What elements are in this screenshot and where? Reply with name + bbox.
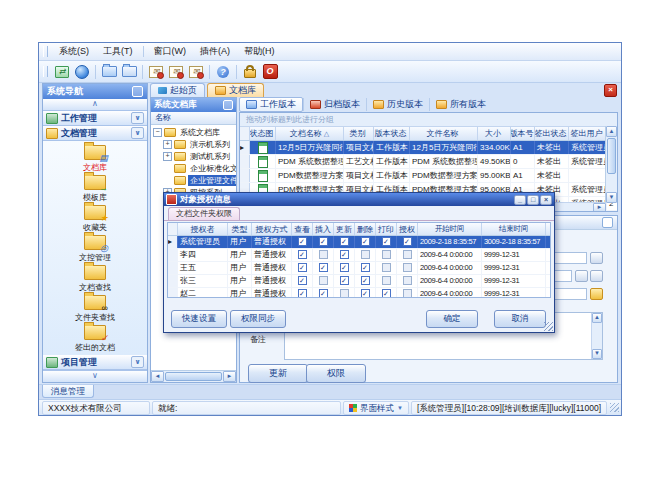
chevron-down-icon[interactable]: ∨ — [131, 112, 144, 124]
scroll-up-icon[interactable]: ▲ — [592, 313, 602, 323]
version-tab[interactable]: 工作版本 — [239, 97, 303, 112]
permission-row[interactable]: 李四 用户 普通授权 2009-6-4 0:00:00 9999-12-31 2… — [168, 249, 550, 262]
permission-sync-button[interactable]: 权限同步 — [230, 310, 286, 328]
menu-item[interactable]: 帮助(H) — [237, 44, 282, 59]
checkbox-print[interactable] — [382, 289, 391, 298]
menu-item[interactable]: 系统(S) — [52, 44, 96, 59]
tree-item[interactable]: 测试机系列 — [151, 150, 236, 162]
doc-search-icon[interactable]: 文档查找 — [43, 264, 147, 294]
column-header[interactable]: 版本号 — [511, 127, 535, 140]
checkbox-grant[interactable] — [403, 276, 412, 285]
checkbox-print[interactable] — [382, 263, 391, 272]
mail-export-icon[interactable]: ✉ — [147, 64, 165, 80]
close-icon[interactable]: × — [604, 84, 617, 97]
column-header[interactable]: 状态图 — [250, 127, 276, 140]
checkbox-delete[interactable] — [361, 289, 370, 298]
exit-icon[interactable]: O — [261, 64, 279, 80]
ellipsis-button[interactable] — [590, 252, 603, 264]
checkbox-insert[interactable] — [319, 237, 328, 246]
column-header[interactable]: 授权 — [397, 223, 418, 235]
document-row[interactable]: PDM 系统数据整理检… 工艺文档 工作版本 PDM 系统数据整理… 49.50… — [240, 155, 617, 169]
band-work-management[interactable]: 工作管理 ∨ — [43, 111, 147, 126]
checkbox-update[interactable] — [340, 237, 349, 246]
checkbox-delete[interactable] — [361, 276, 370, 285]
column-header[interactable]: 版本状态 — [374, 127, 410, 140]
column-header[interactable]: 授权方式 — [252, 223, 292, 235]
permission-row[interactable]: 王五 用户 普通授权 2009-6-4 0:00:00 9999-12-31 2… — [168, 262, 550, 275]
column-header[interactable]: 删除 — [355, 223, 376, 235]
grid-vertical-scrollbar[interactable]: ▲ ▼ — [605, 126, 617, 203]
column-header[interactable]: 查看 — [292, 223, 313, 235]
checkbox-print[interactable] — [382, 237, 391, 246]
browse-folder-icon[interactable] — [590, 288, 603, 300]
scroll-down-button[interactable]: ∨ — [43, 370, 147, 382]
checkbox-insert[interactable] — [319, 276, 328, 285]
menubar-grip[interactable] — [43, 46, 48, 57]
checkbox-grant[interactable] — [403, 289, 412, 298]
document-row[interactable]: PDM数据整理方案.doc 项目文档 工作版本 PDM数据整理方案.doc 95… — [240, 169, 617, 183]
mail-delete-icon[interactable]: ✉ — [187, 64, 205, 80]
tree-item[interactable]: 系统文档库 — [151, 126, 236, 138]
checkbox-insert[interactable] — [319, 289, 328, 298]
tree-item[interactable]: 企业管理文件 — [151, 174, 236, 186]
checkbox-view[interactable] — [298, 237, 307, 246]
column-header[interactable]: 类别 — [344, 127, 374, 140]
checkbox-insert[interactable] — [319, 250, 328, 259]
checkbox-delete[interactable] — [361, 237, 370, 246]
column-header[interactable]: 文档名称 △ — [276, 127, 344, 140]
scroll-up-icon[interactable]: ▲ — [606, 126, 617, 137]
scroll-up-button[interactable]: ∧ — [43, 99, 147, 111]
column-header[interactable] — [168, 223, 178, 235]
scrollbar-thumb[interactable] — [607, 138, 616, 174]
column-header[interactable]: 更新 — [334, 223, 355, 235]
tab-folder-permissions[interactable]: 文档文件夹权限 — [168, 207, 240, 220]
doccontrol-folder-icon[interactable]: ◎ 文控管理 — [43, 234, 147, 264]
column-header[interactable]: 开始时间 — [418, 223, 482, 235]
tree-item[interactable]: 企业标准化文件 — [151, 162, 236, 174]
permission-row[interactable]: 张三 用户 普通授权 2009-6-4 0:00:00 9999-12-31 2… — [168, 275, 550, 288]
drawer-icon[interactable] — [120, 64, 138, 80]
group-by-hint[interactable]: 拖动列标题到此进行分组 — [240, 113, 617, 127]
band-project-management[interactable]: 项目管理 ∨ — [43, 355, 147, 370]
checkbox-view[interactable] — [298, 250, 307, 259]
checkbox-delete[interactable] — [361, 263, 370, 272]
checkbox-grant[interactable] — [403, 250, 412, 259]
tree-item[interactable]: 演示机系列 — [151, 138, 236, 150]
checkbox-print[interactable] — [382, 276, 391, 285]
chevron-down-icon[interactable]: ∨ — [131, 356, 144, 368]
document-tab[interactable]: 文档库 — [207, 83, 264, 97]
column-header[interactable] — [240, 127, 250, 140]
version-tab[interactable]: 历史版本 — [366, 98, 429, 111]
document-tab[interactable]: 起始页 — [150, 83, 205, 97]
globe-icon[interactable] — [73, 64, 91, 80]
menu-item[interactable] — [143, 46, 144, 57]
minimize-icon[interactable]: _ — [514, 195, 526, 205]
menu-item[interactable]: 插件(A) — [193, 44, 237, 59]
band-document-management[interactable]: 文档管理 ∨ — [43, 126, 147, 141]
chevron-down-icon[interactable]: ∨ — [131, 127, 144, 139]
checkbox-update[interactable] — [340, 250, 349, 259]
menu-item[interactable]: 工具(T) — [96, 44, 140, 59]
column-header[interactable]: 签出用户 — [569, 127, 607, 140]
dialog-title-bar[interactable]: 对象授权信息 _ □ × — [164, 193, 554, 206]
favorites-folder-icon[interactable]: ★ 收藏夹 — [43, 204, 147, 234]
scroll-down-icon[interactable]: ▼ — [606, 192, 617, 203]
textarea-scrollbar[interactable]: ▲ ▼ — [591, 313, 602, 359]
permission-row[interactable]: 系统管理员 用户 普通授权 2009-2-18 8:35:57 3009-2-1… — [168, 236, 550, 249]
update-button[interactable]: 更新 — [248, 364, 308, 383]
column-header[interactable]: 签出状态 — [535, 127, 569, 140]
pin-icon[interactable] — [223, 100, 233, 110]
mail-refresh-icon[interactable]: ✉ — [167, 64, 185, 80]
sync-computer-icon[interactable]: ⇄ — [53, 64, 71, 80]
ellipsis-button[interactable] — [575, 270, 588, 282]
quick-setup-button[interactable]: 快速设置 — [171, 310, 227, 328]
tab-message-management[interactable]: 消息管理 — [42, 385, 94, 398]
checkbox-update[interactable] — [340, 263, 349, 272]
checkbox-view[interactable] — [298, 263, 307, 272]
ui-style-selector[interactable]: 界面样式 ▼ — [343, 401, 409, 415]
permission-button[interactable]: 权限 — [306, 364, 366, 383]
checkbox-delete[interactable] — [361, 250, 370, 259]
maximize-icon[interactable]: □ — [527, 195, 539, 205]
checkbox-insert[interactable] — [319, 263, 328, 272]
column-header[interactable]: 文件名称 — [410, 127, 478, 140]
